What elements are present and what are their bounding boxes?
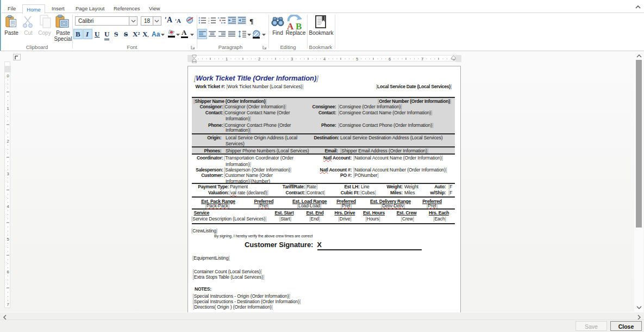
svg-text:2: 2 bbox=[258, 57, 260, 62]
svg-text:4: 4 bbox=[7, 204, 9, 209]
svg-text:5: 5 bbox=[356, 57, 358, 62]
svg-text:5: 5 bbox=[7, 237, 9, 242]
svg-text:7: 7 bbox=[421, 57, 423, 62]
svg-text:7: 7 bbox=[7, 302, 9, 307]
svg-text:1: 1 bbox=[226, 57, 228, 62]
svg-text:3: 3 bbox=[208, 22, 210, 24]
svg-text:6: 6 bbox=[7, 269, 9, 274]
svg-text:B: B bbox=[296, 21, 302, 30]
svg-text:2: 2 bbox=[7, 139, 9, 144]
svg-text:A: A bbox=[287, 21, 294, 30]
svg-text:4: 4 bbox=[323, 57, 326, 62]
svg-text:1: 1 bbox=[7, 106, 9, 111]
svg-text:6: 6 bbox=[389, 57, 391, 62]
svg-text:3: 3 bbox=[7, 171, 9, 176]
svg-text:0: 0 bbox=[7, 73, 9, 78]
svg-text:3: 3 bbox=[291, 57, 293, 62]
